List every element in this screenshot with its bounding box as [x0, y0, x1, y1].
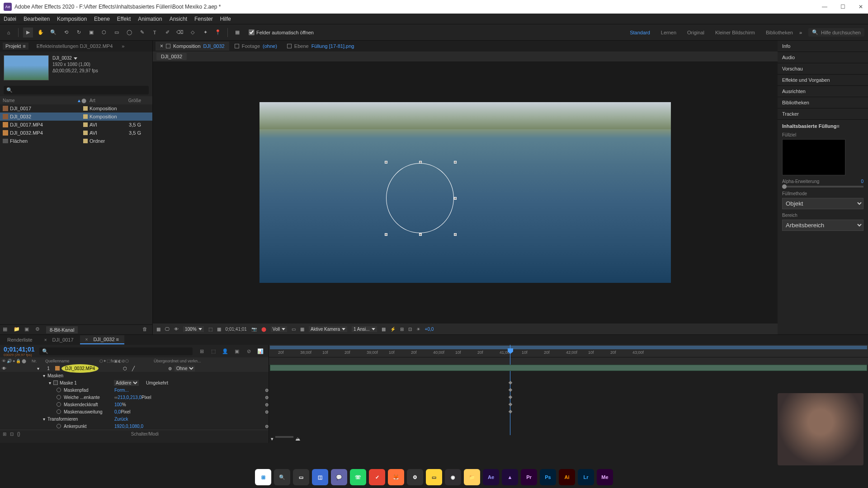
- snapshot-icon[interactable]: 📷: [251, 327, 257, 332]
- timeline-ruler[interactable]: 20f38;00f10f20f39;00f10f20f40;00f10f20f4…: [269, 345, 868, 357]
- comp-breadcrumb[interactable]: DJI_0032: [156, 53, 187, 60]
- clone-tool[interactable]: ⌫: [175, 28, 185, 38]
- grid-icon[interactable]: ▦: [156, 327, 160, 332]
- taskbar-firefox[interactable]: 🦊: [388, 469, 404, 485]
- timeline-timecode[interactable]: 0;01;41;01: [4, 346, 35, 353]
- taskbar-app1[interactable]: ⚙: [407, 469, 423, 485]
- mask-invert-label[interactable]: Umgekehrt: [146, 380, 168, 385]
- channel-icon[interactable]: ⬤: [261, 327, 266, 332]
- shape-tool[interactable]: ▭: [112, 28, 122, 38]
- expression-pickwhip-icon[interactable]: ⊚: [265, 388, 269, 393]
- mask-handle[interactable]: [385, 233, 387, 236]
- shy-icon[interactable]: 👤: [221, 347, 230, 356]
- viewer-tab[interactable]: Ebene Füllung [17-81].png: [283, 42, 359, 50]
- alpha-value[interactable]: 0: [861, 179, 863, 184]
- mask-shape[interactable]: [386, 163, 454, 233]
- orbit-tool[interactable]: ⟲: [61, 28, 71, 38]
- layer-clip[interactable]: [270, 365, 867, 371]
- alpha-slider[interactable]: [782, 186, 863, 188]
- auto-open-checkbox[interactable]: Felder automatisch öffnen: [249, 29, 314, 35]
- roi-icon[interactable]: ⬚: [208, 327, 212, 332]
- mask-handle[interactable]: [419, 161, 422, 164]
- flowchart-icon[interactable]: ⊡: [408, 327, 412, 332]
- stopwatch-icon[interactable]: [57, 424, 61, 428]
- viewer-tab[interactable]: Footage (ohne): [230, 42, 282, 50]
- new-folder-icon[interactable]: 📁: [14, 326, 21, 333]
- stopwatch-icon[interactable]: [57, 409, 61, 414]
- workarea-bar[interactable]: [270, 346, 867, 349]
- type-tool[interactable]: T: [150, 28, 160, 38]
- hand-tool[interactable]: ✋: [36, 28, 46, 38]
- toggle-shy-icon[interactable]: {}: [17, 432, 20, 436]
- toggle-modes-icon[interactable]: ⊡: [10, 432, 14, 436]
- mask-property-row[interactable]: MaskenpfadForm...⊚: [0, 386, 269, 394]
- mask-toggle-icon[interactable]: 👁: [174, 327, 179, 332]
- stopwatch-icon[interactable]: [57, 388, 61, 392]
- workspace-lernen[interactable]: Lernen: [661, 30, 676, 35]
- taskbar-search[interactable]: 🔍: [274, 469, 290, 485]
- workspace-standard[interactable]: Standard: [630, 30, 650, 35]
- graph-editor-icon[interactable]: 📊: [256, 347, 265, 356]
- panel-menu-icon[interactable]: ≡: [836, 123, 839, 129]
- timeline-search[interactable]: 🔍: [39, 347, 193, 355]
- draft3d-icon[interactable]: ⬚: [209, 347, 218, 356]
- composition-viewer[interactable]: [153, 61, 778, 324]
- workspace-original[interactable]: Original: [687, 30, 704, 35]
- views-dropdown[interactable]: 1 Ansi...: [352, 326, 377, 332]
- transparency-icon[interactable]: ▦: [217, 327, 221, 332]
- parent-dropdown[interactable]: Ohne: [175, 366, 195, 371]
- guides-icon[interactable]: ▭: [292, 327, 296, 332]
- keyframe[interactable]: [509, 410, 512, 413]
- col-size-header[interactable]: Größe: [121, 98, 144, 103]
- menu-animation[interactable]: Animation: [138, 16, 162, 22]
- mask-handle[interactable]: [454, 161, 457, 164]
- close-button[interactable]: ✕: [857, 3, 864, 10]
- zoom-out-icon[interactable]: ▾: [271, 436, 274, 442]
- help-search[interactable]: 🔍 Hilfe durchsuchen: [808, 28, 864, 37]
- mask-handle[interactable]: [454, 197, 457, 200]
- project-item[interactable]: DJI_0017.MP4AVI3,5 G: [0, 121, 152, 129]
- pixel-aspect-icon[interactable]: ▦: [382, 327, 386, 332]
- zoom-tool[interactable]: 🔍: [48, 28, 58, 38]
- menu-fenster[interactable]: Fenster: [194, 16, 213, 22]
- panel-ausrichten[interactable]: Ausrichten: [778, 86, 868, 97]
- project-tab[interactable]: Projekt ≡: [3, 42, 28, 50]
- pickwhip-icon[interactable]: ⊚: [168, 366, 172, 371]
- exposure-reset-icon[interactable]: ☀: [416, 327, 420, 332]
- motion-blur-icon[interactable]: ⊘: [244, 347, 253, 356]
- mask-property-row[interactable]: Maskenausweitung0,0 Pixel⊚: [0, 408, 269, 415]
- zoom-slider-icon[interactable]: ⛰: [295, 436, 300, 442]
- effects-tab[interactable]: Effekteinstellungen DJI_0032.MP4: [32, 42, 116, 50]
- resolution-dropdown[interactable]: Voll: [271, 326, 287, 332]
- timeline-tab[interactable]: × DJI_0017: [39, 336, 79, 344]
- method-dropdown[interactable]: Objekt: [782, 198, 863, 209]
- pen-tool[interactable]: ✎: [137, 28, 147, 38]
- display-icon[interactable]: 🖵: [165, 327, 170, 332]
- taskbar-obs[interactable]: ◉: [445, 469, 461, 485]
- mask-mode-dropdown[interactable]: Addiere: [114, 380, 139, 386]
- puppet-tool[interactable]: 📍: [213, 28, 223, 38]
- taskbar-todoist[interactable]: ✓: [369, 469, 385, 485]
- keyframe[interactable]: [509, 395, 512, 399]
- taskbar-me[interactable]: Me: [597, 469, 613, 485]
- taskbar-pr[interactable]: Pr: [521, 469, 537, 485]
- mask-property-row[interactable]: Weiche ...enkante∞ 213,0,213,0 Pixel⊚: [0, 394, 269, 401]
- project-search[interactable]: 🔍: [4, 86, 149, 94]
- range-dropdown[interactable]: Arbeitsbereich: [782, 220, 863, 231]
- mask-handle[interactable]: [454, 233, 457, 236]
- layer-row[interactable]: 👁 ▾ 1 DJI_0032.MP4 ⬡ ╱ ⊚Ohne: [0, 365, 269, 372]
- anchor-row[interactable]: Ankerpunkt 1920,0,1080,0 ⊚: [0, 422, 269, 430]
- mask-row[interactable]: ▾ Maske 1 Addiere Umgekehrt: [0, 379, 269, 386]
- taskbar-whatsapp[interactable]: ☏: [350, 469, 366, 485]
- taskbar-teams[interactable]: 💬: [331, 469, 347, 485]
- rotate-tool[interactable]: ↻: [74, 28, 84, 38]
- toggle-switches-icon[interactable]: ⊞: [3, 432, 6, 436]
- col-type-header[interactable]: Art: [90, 98, 121, 103]
- trash-icon[interactable]: 🗑: [142, 326, 150, 333]
- panel-audio[interactable]: Audio: [778, 52, 868, 63]
- comp-flowchart-icon[interactable]: ⊞: [197, 347, 206, 356]
- zoom-dropdown[interactable]: 100%: [183, 326, 204, 332]
- expression-pickwhip-icon[interactable]: ⊚: [265, 402, 269, 407]
- panel-effekte-und-vorgaben[interactable]: Effekte und Vorgaben: [778, 75, 868, 86]
- menu-ebene[interactable]: Ebene: [94, 16, 110, 22]
